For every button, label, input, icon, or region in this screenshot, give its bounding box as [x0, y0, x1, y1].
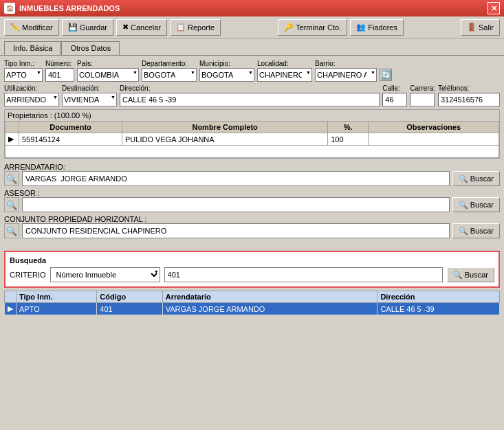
- pais-group: País: COLOMBIA: [77, 60, 139, 82]
- calle-input[interactable]: [382, 93, 407, 106]
- calle-group: Calle:: [382, 84, 407, 106]
- arrendatario-input[interactable]: [22, 171, 450, 186]
- carrera-group: Carrera:: [410, 84, 435, 106]
- guardar-button[interactable]: 💾 Guardar: [62, 19, 113, 36]
- localidad-group: Localidad: CHAPINERO: [257, 60, 312, 82]
- localidad-label: Localidad:: [257, 60, 312, 67]
- toolbar: ✏️ Modificar 💾 Guardar ✖ Cancelar 📋 Repo…: [0, 16, 504, 38]
- municipio-select[interactable]: BOGOTA: [199, 68, 254, 82]
- direccion-group: Dirección:: [120, 84, 380, 106]
- criterio-select[interactable]: Número Inmueble Arrendatario Dirección C…: [50, 267, 160, 282]
- tipo-inm-select[interactable]: APTO: [4, 68, 43, 82]
- calle-label: Calle:: [382, 84, 407, 92]
- conjunto-input[interactable]: [22, 223, 450, 238]
- results-col-direccion: Dirección: [377, 291, 500, 303]
- tabs-container: Info. Básica Otros Datos: [0, 38, 504, 56]
- municipio-group: Municipio: BOGOTA: [199, 60, 254, 82]
- search-criteria-row: CRITERIO Número Inmueble Arrendatario Di…: [10, 267, 494, 282]
- search-section: Busqueda CRITERIO Número Inmueble Arrend…: [4, 251, 500, 288]
- guardar-icon: 💾: [68, 23, 78, 32]
- cancelar-button[interactable]: ✖ Cancelar: [116, 19, 167, 36]
- buscar-icon: 🔍: [459, 174, 468, 183]
- busqueda-buscar-button[interactable]: 🔍 Buscar: [447, 267, 494, 282]
- conjunto-label-row: CONJUNTO PROPIEDAD HORIZONTAL :: [4, 215, 500, 223]
- result-arrendatario: VARGAS JORGE ARMANDO: [162, 303, 377, 315]
- col-observaciones: Observaciones: [369, 122, 499, 133]
- close-button[interactable]: ✕: [487, 2, 500, 14]
- busqueda-title: Busqueda: [10, 256, 494, 264]
- reporte-icon: 📋: [176, 23, 186, 32]
- row-arrow: ▶: [8, 135, 14, 143]
- cell-porcentaje: 100: [328, 133, 369, 146]
- result-tipo: APTO: [17, 303, 97, 315]
- direccion-input[interactable]: [120, 93, 380, 106]
- criterio-label: CRITERIO: [10, 271, 46, 279]
- numero-label: Número:: [45, 60, 74, 67]
- destinacion-group: Destinación: VIVIENDA: [62, 84, 117, 106]
- utilizacion-group: Utilización: ARRIENDO: [4, 84, 59, 106]
- result-codigo: 401: [97, 303, 162, 315]
- col-documento: Documento: [19, 122, 122, 133]
- results-table: Tipo Inm. Código Arrendatario Dirección …: [4, 291, 500, 315]
- table-row[interactable]: ▶ 559145124 PULIDO VEGA JOHANNA 100: [6, 133, 499, 146]
- arrendatario-icon[interactable]: 🔍: [4, 171, 19, 186]
- conjunto-row: 🔍 🔍 Buscar: [4, 223, 500, 238]
- form-row-2: Utilización: ARRIENDO Destinación: VIVIE…: [4, 84, 500, 106]
- modificar-button[interactable]: ✏️ Modificar: [4, 19, 59, 36]
- destinacion-select[interactable]: VIVIENDA: [62, 93, 117, 106]
- asesor-input[interactable]: [22, 197, 450, 212]
- utilizacion-label: Utilización:: [4, 84, 59, 92]
- conjunto-icon[interactable]: 🔍: [4, 223, 19, 238]
- arrendatario-row: 🔍 🔍 Buscar: [4, 171, 500, 186]
- reporte-button[interactable]: 📋 Reporte: [170, 19, 221, 36]
- salir-button[interactable]: 🚪 Salir: [461, 19, 500, 36]
- terminar-icon: 🔑: [284, 23, 294, 32]
- departamento-label: Departamento:: [142, 60, 197, 67]
- carrera-label: Carrera:: [410, 84, 435, 92]
- col-nombre: Nombre Completo: [122, 122, 328, 133]
- telefonos-input[interactable]: [438, 93, 500, 106]
- numero-group: Número:: [45, 60, 74, 82]
- col-porcentaje: %.: [328, 122, 369, 133]
- result-direccion: CALLE 46 5 -39: [377, 303, 500, 315]
- departamento-group: Departamento: BOGOTA: [142, 60, 197, 82]
- conjunto-buscar-icon: 🔍: [459, 227, 468, 236]
- asesor-row: 🔍 🔍 Buscar: [4, 197, 500, 212]
- results-col-tipo: Tipo Inm.: [17, 291, 97, 303]
- cancelar-icon: ✖: [122, 23, 129, 32]
- asesor-buscar-button[interactable]: 🔍 Buscar: [452, 197, 500, 212]
- asesor-buscar-icon: 🔍: [459, 201, 468, 210]
- departamento-select[interactable]: BOGOTA: [142, 68, 197, 82]
- app-icon: 🏠: [4, 3, 15, 14]
- result-row[interactable]: ▶ APTO 401 VARGAS JORGE ARMANDO CALLE 46…: [5, 303, 500, 315]
- main-content: Tipo Inm.: APTO Número: País: COLOMBIA D…: [0, 56, 504, 245]
- results-col-arrendatario: Arrendatario: [162, 291, 377, 303]
- pais-select[interactable]: COLOMBIA: [77, 68, 139, 82]
- pais-label: País:: [77, 60, 139, 67]
- numero-input[interactable]: [45, 68, 74, 82]
- propietarios-header: Propietarios : (100.00 %): [5, 110, 499, 121]
- asesor-label: ASESOR :: [4, 189, 40, 197]
- cell-documento: 559145124: [19, 133, 122, 146]
- window-title: INMUEBLES ARRENDADOS: [19, 4, 120, 12]
- cell-nombre: PULIDO VEGA JOHANNA: [122, 133, 328, 146]
- localidad-select[interactable]: CHAPINERO: [257, 68, 312, 82]
- fiadores-button[interactable]: 👥 Fiadores: [350, 19, 404, 36]
- direccion-label: Dirección:: [120, 84, 380, 92]
- result-row-arrow: ▶: [8, 304, 13, 313]
- conjunto-buscar-button[interactable]: 🔍 Buscar: [452, 223, 500, 238]
- arrendatario-buscar-button[interactable]: 🔍 Buscar: [452, 171, 500, 186]
- barrio-select[interactable]: CHAPINERO ALT: [315, 68, 377, 82]
- asesor-icon[interactable]: 🔍: [4, 197, 19, 212]
- conjunto-label: CONJUNTO PROPIEDAD HORIZONTAL :: [4, 215, 147, 223]
- results-col-arrow: [5, 291, 17, 303]
- tab-otros-datos[interactable]: Otros Datos: [61, 41, 120, 55]
- criterio-input[interactable]: [164, 267, 443, 282]
- carrera-input[interactable]: [410, 93, 435, 106]
- arrendatario-label-row: ARRENDATARIO:: [4, 163, 500, 171]
- tab-info-basica[interactable]: Info. Básica: [4, 41, 61, 55]
- terminar-cto-button[interactable]: 🔑 Terminar Cto.: [278, 19, 347, 36]
- utilizacion-select[interactable]: ARRIENDO: [4, 93, 59, 106]
- refresh-icon[interactable]: 🔄: [380, 69, 392, 81]
- telefonos-group: Teléfonos:: [438, 84, 500, 106]
